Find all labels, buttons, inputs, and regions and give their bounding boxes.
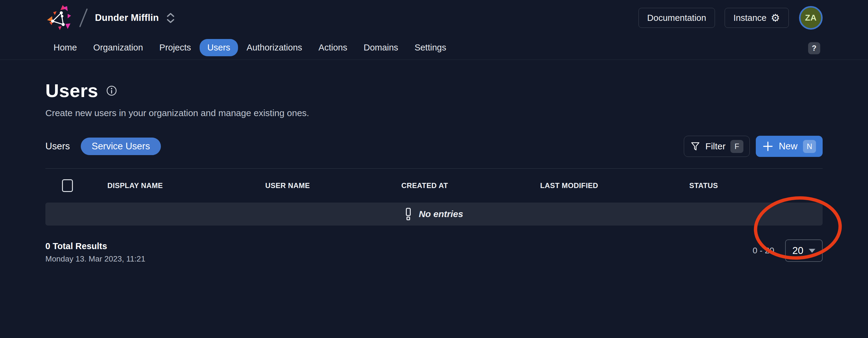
info-icon[interactable] bbox=[106, 85, 117, 96]
nav-item-authorizations[interactable]: Authorizations bbox=[239, 39, 310, 56]
nav-item-settings[interactable]: Settings bbox=[407, 39, 454, 56]
select-all-checkbox[interactable] bbox=[62, 179, 73, 192]
filter-icon bbox=[690, 141, 701, 151]
page-subtitle: Create new users in your organization an… bbox=[45, 108, 823, 118]
instance-button[interactable]: Instance ⚙ bbox=[725, 8, 789, 28]
org-switcher-icon[interactable] bbox=[167, 13, 175, 23]
new-shortcut-badge: N bbox=[803, 140, 816, 153]
instance-button-label: Instance bbox=[734, 13, 767, 23]
new-button[interactable]: New N bbox=[756, 136, 823, 157]
user-type-toggle: Users Service Users bbox=[45, 137, 161, 155]
exclamation-icon bbox=[405, 208, 412, 220]
avatar-initials: ZA bbox=[805, 13, 816, 23]
nav-item-projects[interactable]: Projects bbox=[152, 39, 199, 56]
chevron-down-icon bbox=[809, 249, 815, 253]
results-summary: 0 Total Results Monday 13. Mar 2023, 11:… bbox=[45, 241, 146, 264]
query-timestamp: Monday 13. Mar 2023, 11:21 bbox=[45, 254, 146, 264]
total-results: 0 Total Results bbox=[45, 241, 146, 251]
toggle-users[interactable]: Users bbox=[45, 137, 70, 155]
column-header-display-name[interactable]: DISPLAY NAME bbox=[107, 181, 265, 190]
result-range: 0 - 20 bbox=[752, 246, 774, 255]
nav-item-actions[interactable]: Actions bbox=[311, 39, 355, 56]
page-title: Users bbox=[45, 80, 98, 101]
filter-shortcut-badge: F bbox=[731, 140, 743, 153]
breadcrumb-slash-divider bbox=[79, 8, 88, 28]
empty-state-row: No entries bbox=[45, 203, 823, 225]
avatar[interactable]: ZA bbox=[799, 6, 823, 30]
new-button-label: New bbox=[779, 141, 798, 152]
zitadel-logo-icon[interactable] bbox=[45, 4, 74, 32]
toggle-service-users[interactable]: Service Users bbox=[81, 137, 161, 155]
plus-icon bbox=[763, 141, 773, 152]
page-size-select[interactable]: 20 bbox=[785, 240, 823, 262]
nav-item-organization[interactable]: Organization bbox=[85, 39, 151, 56]
nav-item-domains[interactable]: Domains bbox=[356, 39, 406, 56]
nav-item-users[interactable]: Users bbox=[199, 39, 238, 56]
documentation-button[interactable]: Documentation bbox=[639, 8, 715, 28]
empty-state-text: No entries bbox=[419, 209, 463, 219]
top-bar: Dunder Mifflin Documentation Instance ⚙ … bbox=[0, 0, 868, 36]
filter-button-label: Filter bbox=[705, 141, 725, 151]
main-nav: Home Organization Projects Users Authori… bbox=[0, 36, 868, 60]
toolbar: Filter F New N bbox=[684, 136, 823, 157]
app-header: Dunder Mifflin Documentation Instance ⚙ … bbox=[0, 0, 868, 60]
page-size-value: 20 bbox=[793, 245, 804, 256]
column-header-created-at[interactable]: CREATED AT bbox=[401, 181, 540, 190]
help-button[interactable]: ? bbox=[808, 42, 820, 54]
org-name[interactable]: Dunder Mifflin bbox=[95, 12, 159, 23]
column-header-last-modified[interactable]: LAST MODIFIED bbox=[540, 181, 689, 190]
column-header-user-name[interactable]: USER NAME bbox=[265, 181, 401, 190]
column-header-status[interactable]: STATUS bbox=[689, 181, 823, 190]
filter-button[interactable]: Filter F bbox=[684, 136, 750, 157]
table-header-row: DISPLAY NAME USER NAME CREATED AT LAST M… bbox=[45, 169, 823, 203]
gear-icon: ⚙ bbox=[771, 13, 780, 23]
nav-item-home[interactable]: Home bbox=[46, 39, 85, 56]
users-page: Users Create new users in your organizat… bbox=[0, 80, 868, 264]
paginator: 0 - 20 20 bbox=[752, 240, 823, 262]
table-footer: 0 Total Results Monday 13. Mar 2023, 11:… bbox=[45, 241, 823, 264]
documentation-button-label: Documentation bbox=[647, 13, 706, 23]
